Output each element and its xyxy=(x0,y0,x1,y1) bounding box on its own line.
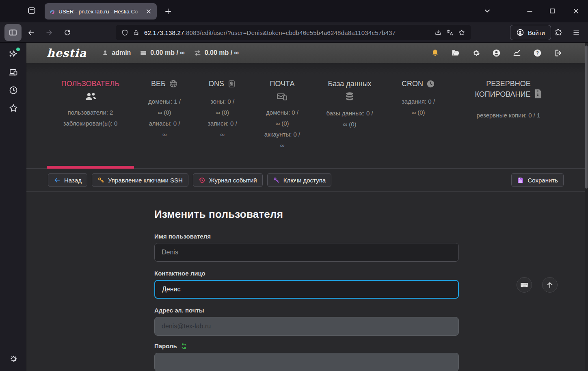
menu-db-link[interactable]: База данных xyxy=(319,78,380,89)
scroll-to-top-button[interactable] xyxy=(542,277,558,293)
menu-item-web: ВЕБ домены: 1 / ∞ (0) алиасы: 0 / ∞ xyxy=(142,63,187,140)
address-book-icon xyxy=(227,80,236,91)
stat-line: ∞ (0) xyxy=(319,119,380,130)
back-label: Назад xyxy=(64,177,82,184)
email-field[interactable] xyxy=(154,317,459,336)
file-manager-folder-icon[interactable] xyxy=(451,48,460,57)
bandwidth-usage-value: 0.00 mb / ∞ xyxy=(205,49,239,56)
back-button-hestia[interactable]: Назад xyxy=(48,173,87,187)
history-clock-icon[interactable] xyxy=(6,82,21,98)
account-icon xyxy=(516,28,524,37)
notification-dot xyxy=(16,48,20,51)
user-icon xyxy=(102,50,108,56)
access-keys-button[interactable]: Ключи доступа xyxy=(267,173,331,187)
username: admin xyxy=(112,49,131,56)
logout-icon[interactable] xyxy=(553,49,562,57)
stat-line: ∞ xyxy=(142,129,187,140)
server-settings-gear-icon[interactable] xyxy=(472,49,480,57)
active-menu-underline xyxy=(47,166,134,169)
stat-line: резервные копии: 0 / 1 xyxy=(466,110,551,121)
menu-cron-link[interactable]: CRON xyxy=(392,78,445,91)
stat-line: домены: 0 / xyxy=(258,107,307,118)
new-tab-button[interactable] xyxy=(162,5,175,18)
stat-line: базы данных: 0 / xyxy=(319,108,380,119)
signin-button[interactable]: Войти xyxy=(510,25,551,40)
hamburger-menu-icon[interactable] xyxy=(569,26,583,39)
shield-icon[interactable] xyxy=(121,29,128,36)
event-log-button[interactable]: Журнал событий xyxy=(193,173,263,187)
sidebar-toggle-button[interactable] xyxy=(4,24,22,41)
generate-password-icon[interactable] xyxy=(181,343,187,349)
firefox-view-icon xyxy=(27,6,36,17)
menu-dns-link[interactable]: DNS xyxy=(199,78,246,91)
save-button[interactable]: Сохранить xyxy=(511,173,564,187)
close-window-button[interactable] xyxy=(567,4,585,18)
profile-icon[interactable] xyxy=(492,49,501,57)
extensions-puzzle-icon[interactable] xyxy=(551,26,565,39)
back-button[interactable] xyxy=(24,26,38,39)
bookmark-star-icon[interactable] xyxy=(458,29,465,36)
key-icon-purple xyxy=(273,177,280,184)
access-keys-label: Ключи доступа xyxy=(283,177,326,184)
menu-item-cron: CRON задания: 0 / ∞ (0) xyxy=(392,63,445,118)
stat-line: ∞ xyxy=(258,140,307,151)
forward-button[interactable] xyxy=(42,26,56,39)
tab-title: USER - pn.tex-lab.ru - Hestia Co xyxy=(58,9,138,15)
hestia-content: Изменить пользователя Имя пользователя К… xyxy=(26,192,585,371)
contact-label: Контактное лицо xyxy=(154,270,459,277)
page-title: Изменить пользователя xyxy=(154,208,459,221)
maximize-button[interactable] xyxy=(543,4,561,18)
tab-close-icon[interactable] xyxy=(145,7,153,15)
url-bar[interactable]: 62.173.138.27:8083/edit/user/?user=Denis… xyxy=(116,25,471,40)
edit-user-form: Изменить пользователя Имя пользователя К… xyxy=(154,192,459,371)
reload-button[interactable] xyxy=(61,26,74,39)
menu-user-link[interactable]: ПОЛЬЗОВАТЕЛЬ xyxy=(47,78,134,89)
stat-line: аккаунты: 0 / xyxy=(258,129,307,140)
browser-window: USER - pn.tex-lab.ru - Hestia Co xyxy=(0,0,588,371)
scrollbar-thumb[interactable] xyxy=(585,46,588,189)
download-icon[interactable] xyxy=(435,29,442,36)
statistics-chart-icon[interactable] xyxy=(512,48,521,57)
tab-list-dropdown-button[interactable] xyxy=(478,4,496,18)
url-host: 62.173.138.27 xyxy=(144,29,184,36)
ai-chatbot-icon[interactable] xyxy=(6,46,21,62)
username-label: Имя пользователя xyxy=(154,233,459,240)
menu-mail-link[interactable]: ПОЧТА xyxy=(258,78,307,89)
contact-field[interactable] xyxy=(154,280,459,299)
save-floppy-icon xyxy=(517,177,524,184)
menu-item-backup: РЕЗЕРВНОЕ КОПИРОВАНИЕ резервные копии: 0… xyxy=(466,63,551,121)
notifications-bell-icon[interactable] xyxy=(431,49,439,57)
menu-web-link[interactable]: ВЕБ xyxy=(142,78,187,91)
browser-tab[interactable]: USER - pn.tex-lab.ru - Hestia Co xyxy=(45,3,157,20)
page-scrollbar[interactable] xyxy=(585,43,588,371)
synced-tabs-icon[interactable] xyxy=(6,65,21,80)
username-field[interactable] xyxy=(154,243,459,262)
database-icon xyxy=(319,91,380,104)
history-icon xyxy=(199,177,205,184)
hestia-main-menu: ПОЛЬЗОВАТЕЛЬ пользователи: 2 заблокирова… xyxy=(26,63,585,169)
url-text[interactable]: 62.173.138.27:8083/edit/user/?user=Denis… xyxy=(144,29,430,36)
menu-backup-link[interactable]: РЕЗЕРВНОЕ КОПИРОВАНИЕ xyxy=(466,78,551,102)
disk-usage: 0.00 mb / ∞ xyxy=(140,49,184,56)
account-summary: admin 0.00 mb / ∞ 0.00 mb / ∞ xyxy=(102,49,239,57)
ssh-keys-label: Управление ключами SSH xyxy=(108,177,183,184)
virtual-keyboard-button[interactable] xyxy=(517,277,532,293)
firefox-view-button[interactable] xyxy=(24,4,39,19)
stat-line: алиасы: 0 / xyxy=(142,118,187,129)
help-icon[interactable]: ? xyxy=(533,49,542,57)
bookmarks-star-icon[interactable] xyxy=(6,100,21,116)
translate-icon[interactable] xyxy=(446,29,454,36)
key-icon-yellow xyxy=(97,177,104,184)
lock-warning-icon[interactable] xyxy=(133,29,140,36)
minimize-button[interactable] xyxy=(521,4,538,18)
sidebar-settings-gear-icon[interactable] xyxy=(6,351,21,367)
mail-icon xyxy=(258,91,307,104)
hestia-logo[interactable]: hestia xyxy=(47,47,86,59)
logged-in-user[interactable]: admin xyxy=(102,49,131,56)
disk-icon xyxy=(140,49,147,56)
ssh-keys-button[interactable]: Управление ключами SSH xyxy=(92,173,188,187)
password-field[interactable] xyxy=(154,353,459,371)
transfer-arrows-icon xyxy=(194,49,201,57)
password-label: Пароль xyxy=(154,343,459,349)
browser-navbar: 62.173.138.27:8083/edit/user/?user=Denis… xyxy=(0,22,588,43)
